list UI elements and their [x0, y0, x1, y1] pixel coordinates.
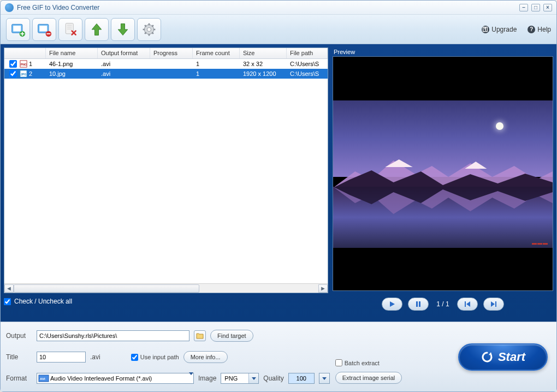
- svg-point-8: [147, 27, 151, 31]
- col-header-output-format[interactable]: Output format: [98, 48, 150, 58]
- output-label: Output: [6, 332, 37, 340]
- image-format-select[interactable]: PNG: [221, 373, 259, 384]
- row-checkbox[interactable]: [9, 60, 17, 68]
- svg-rect-13: [416, 301, 418, 307]
- preview-watermark: ▬▬▬: [532, 240, 548, 246]
- col-header-frame-count[interactable]: Frame count: [193, 48, 240, 58]
- move-up-button[interactable]: [85, 18, 109, 41]
- play-icon: [389, 301, 395, 307]
- chevron-down-icon: [248, 373, 258, 383]
- main-area: File name Output format Progress Frame c…: [1, 44, 556, 322]
- bottom-panel: Output Find target Title .avi Use input …: [1, 322, 556, 391]
- output-path-input[interactable]: [37, 330, 189, 341]
- scroll-thumb[interactable]: [14, 284, 199, 293]
- browse-output-button[interactable]: [194, 330, 206, 341]
- add-file-button[interactable]: [6, 18, 30, 41]
- file-list: File name Output format Progress Frame c…: [4, 47, 328, 293]
- move-down-button[interactable]: [111, 18, 135, 41]
- extract-image-serial-button[interactable]: Extract image serial: [335, 372, 402, 384]
- row-file-path: C:\Users\S: [287, 70, 328, 78]
- gear-icon: [141, 22, 157, 37]
- app-title: Free GIF to Video Converter: [17, 4, 99, 11]
- pause-icon: [415, 301, 422, 307]
- format-value: Audio Video Interleaved Format (*.avi): [50, 375, 189, 382]
- chevron-down-icon: [189, 375, 193, 382]
- delete-file-icon: [63, 22, 78, 37]
- use-input-path-checkbox[interactable]: Use input path: [131, 354, 179, 361]
- check-all-checkbox[interactable]: [4, 298, 11, 305]
- quality-label: Quality: [263, 375, 283, 382]
- app-icon: [5, 3, 14, 12]
- row-filename: 46-1.png: [46, 60, 98, 68]
- upgrade-link[interactable]: ⚿ Upgrade: [482, 26, 517, 33]
- quality-dropdown[interactable]: [319, 373, 330, 384]
- col-header-filename[interactable]: File name: [46, 48, 98, 58]
- col-header-file-path[interactable]: File path: [287, 48, 328, 58]
- jpg-file-icon: JPG: [19, 70, 28, 78]
- delete-button[interactable]: [58, 18, 82, 41]
- format-select[interactable]: AVI Audio Video Interleaved Format (*.av…: [37, 373, 194, 384]
- col-header-size[interactable]: Size: [240, 48, 287, 58]
- help-link[interactable]: ? Help: [528, 26, 551, 33]
- frame-counter: 1 / 1: [436, 300, 449, 308]
- png-file-icon: PNG: [19, 60, 28, 68]
- row-progress: [150, 63, 193, 64]
- title-input[interactable]: [37, 352, 86, 363]
- prev-frame-button[interactable]: [457, 298, 478, 311]
- maximize-button[interactable]: □: [531, 4, 540, 11]
- row-output-format: .avi: [98, 70, 150, 78]
- close-button[interactable]: ×: [543, 4, 552, 11]
- svg-rect-15: [465, 301, 466, 307]
- remove-file-button[interactable]: [32, 18, 56, 41]
- remove-file-icon: [37, 22, 52, 37]
- minimize-button[interactable]: –: [519, 4, 528, 11]
- titlebar: Free GIF to Video Converter – □ ×: [1, 1, 556, 15]
- col-header-index[interactable]: [4, 48, 46, 58]
- table-row[interactable]: JPG 2 10.jpg .avi 1 1920 x 1200 C:\Users…: [4, 69, 328, 79]
- scroll-left-arrow[interactable]: ◄: [4, 284, 14, 293]
- find-target-button[interactable]: Find target: [210, 330, 253, 342]
- help-icon: ?: [528, 26, 535, 33]
- image-format-value: PNG: [221, 375, 248, 382]
- arrow-down-icon: [115, 22, 131, 37]
- row-progress: [150, 73, 193, 74]
- col-header-progress[interactable]: Progress: [150, 48, 193, 58]
- preview-viewport: ▬▬▬: [333, 56, 553, 291]
- pause-button[interactable]: [408, 298, 429, 311]
- next-frame-button[interactable]: [483, 298, 504, 311]
- app-window: Free GIF to Video Converter – □ × ⚿ Upgr…: [0, 0, 557, 392]
- quality-input[interactable]: [288, 373, 315, 384]
- settings-left: Output Find target Title .avi Use input …: [1, 322, 335, 391]
- arrow-up-icon: [89, 22, 104, 37]
- check-all-row[interactable]: Check / Uncheck all: [4, 298, 328, 305]
- row-index: 2: [29, 70, 32, 77]
- row-output-format: .avi: [98, 60, 150, 68]
- table-row[interactable]: PNG 1 46-1.png .avi 1 32 x 32 C:\Users\S: [4, 59, 328, 69]
- player-controls: 1 / 1: [333, 298, 553, 311]
- image-label: Image: [198, 375, 216, 382]
- more-info-button[interactable]: More info...: [183, 351, 228, 363]
- svg-rect-1: [13, 26, 21, 32]
- list-body: PNG 1 46-1.png .avi 1 32 x 32 C:\Users\S: [4, 59, 328, 283]
- scroll-right-arrow[interactable]: ►: [318, 284, 328, 293]
- row-size: 32 x 32: [240, 60, 287, 68]
- batch-extract-checkbox[interactable]: Batch extract: [335, 359, 435, 366]
- mid-column: Batch extract Extract image serial: [335, 322, 441, 391]
- settings-button[interactable]: [137, 18, 161, 41]
- row-checkbox[interactable]: [9, 70, 17, 78]
- skip-back-icon: [464, 301, 471, 307]
- upgrade-label: Upgrade: [491, 26, 517, 33]
- scroll-track[interactable]: [14, 284, 318, 293]
- row-size: 1920 x 1200: [240, 70, 287, 78]
- horizontal-scrollbar[interactable]: ◄ ►: [4, 283, 328, 293]
- svg-text:PNG: PNG: [21, 63, 27, 66]
- start-button[interactable]: Start: [458, 343, 548, 371]
- check-all-label: Check / Uncheck all: [14, 298, 72, 305]
- help-label: Help: [537, 26, 551, 33]
- svg-rect-16: [495, 301, 496, 307]
- add-file-icon: [10, 22, 26, 37]
- chevron-down-icon: [319, 373, 329, 383]
- row-index: 1: [29, 61, 32, 67]
- svg-rect-14: [419, 301, 420, 307]
- play-button[interactable]: [382, 298, 402, 311]
